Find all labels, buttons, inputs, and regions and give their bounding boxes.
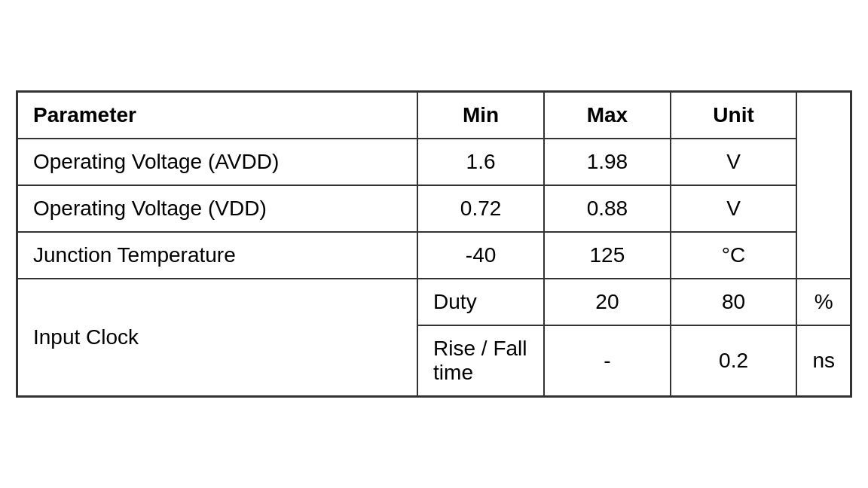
specs-table: Parameter Min Max Unit Operating Voltage… [16,90,852,398]
min-operating-voltage-vdd: 0.72 [417,185,544,232]
table-container: Parameter Min Max Unit Operating Voltage… [16,90,852,398]
min-duty: 20 [544,279,671,325]
min-rise-fall: - [544,325,671,397]
table-row: Junction Temperature -40 125 °C [17,232,851,279]
header-parameter: Parameter [17,92,418,139]
min-junction-temperature: -40 [417,232,544,279]
unit-duty: % [796,279,851,325]
table-row: Operating Voltage (AVDD) 1.6 1.98 V [17,139,851,185]
header-max: Max [544,92,671,139]
group-label-input-clock: Input Clock [17,279,418,397]
unit-operating-voltage-avdd: V [671,139,797,185]
min-operating-voltage-avdd: 1.6 [417,139,544,185]
table-row-duty: Input Clock Duty 20 80 % [17,279,851,325]
table-row: Operating Voltage (VDD) 0.72 0.88 V [17,185,851,232]
max-duty: 80 [671,279,797,325]
max-junction-temperature: 125 [544,232,671,279]
max-rise-fall: 0.2 [671,325,797,397]
param-operating-voltage-avdd: Operating Voltage (AVDD) [17,139,418,185]
unit-rise-fall: ns [796,325,851,397]
param-rise-fall: Rise / Fall time [417,325,544,397]
header-unit: Unit [671,92,797,139]
header-row: Parameter Min Max Unit [17,92,851,139]
param-duty: Duty [417,279,544,325]
unit-junction-temperature: °C [671,232,797,279]
unit-operating-voltage-vdd: V [671,185,797,232]
header-min: Min [417,92,544,139]
max-operating-voltage-vdd: 0.88 [544,185,671,232]
param-junction-temperature: Junction Temperature [17,232,418,279]
max-operating-voltage-avdd: 1.98 [544,139,671,185]
param-operating-voltage-vdd: Operating Voltage (VDD) [17,185,418,232]
